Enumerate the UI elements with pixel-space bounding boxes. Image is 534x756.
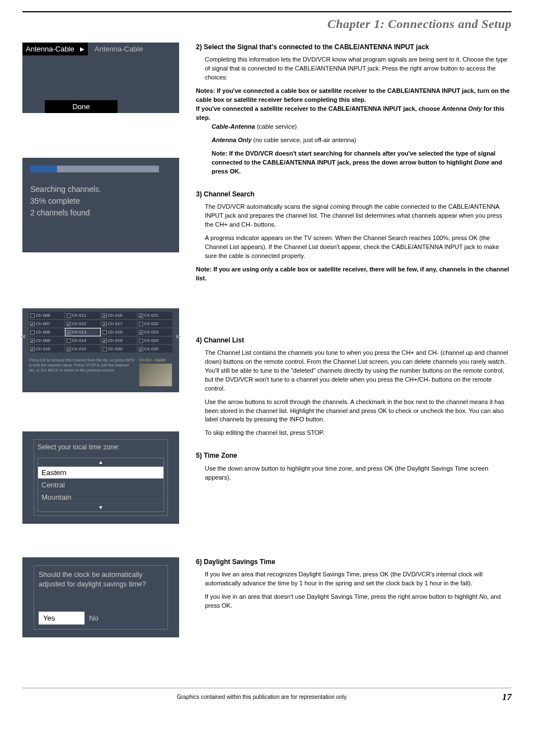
s2-note2: If you've connected a satellite receiver… bbox=[196, 105, 512, 123]
channel-label: Ch 011 bbox=[72, 313, 87, 318]
search-line3: 2 channels found bbox=[30, 207, 171, 219]
s2-opt2: Antenna Only (no cable service, just off… bbox=[212, 136, 512, 145]
channel-cell: Ch 018 bbox=[101, 328, 137, 336]
check-icon bbox=[102, 347, 107, 351]
check-icon bbox=[67, 313, 71, 318]
s3-p1: The DVD/VCR automatically scans the sign… bbox=[205, 203, 512, 229]
footer-text: Graphics contained within this publicati… bbox=[177, 694, 348, 700]
check-icon bbox=[67, 347, 71, 351]
channel-cell: Ch 010 bbox=[29, 345, 64, 353]
timezone-prompt: Select your local time zone: bbox=[38, 443, 164, 451]
channel-preview bbox=[139, 363, 172, 387]
section-6: 6) Daylight Savings Time If you live an … bbox=[196, 557, 512, 611]
left-arrow-icon: ◀ bbox=[21, 333, 25, 339]
section-3-title: 3) Channel Search bbox=[196, 190, 512, 199]
antenna-selected-label: Antenna-Cable bbox=[26, 45, 74, 53]
check-icon bbox=[102, 339, 107, 343]
channel-label: Ch 010 bbox=[36, 346, 50, 351]
s6-p1: If you live an area that recognizes Dayl… bbox=[205, 570, 512, 588]
s4-p1: The Channel List contains the channels y… bbox=[205, 349, 512, 393]
channel-cell: Ch 007 bbox=[29, 320, 64, 327]
channel-cell: Ch 025 bbox=[138, 345, 173, 353]
channel-cell: Ch 006 bbox=[29, 312, 64, 319]
channel-cell: Ch 017 bbox=[101, 320, 137, 327]
channel-label: Ch 006 bbox=[36, 313, 50, 318]
dst-yes-button: Yes bbox=[39, 612, 85, 624]
s2-p1: Completing this information lets the DVD… bbox=[205, 55, 512, 82]
channel-cell: Ch 022 bbox=[138, 320, 173, 327]
s2-note1: Notes: If you've connected a cable box o… bbox=[196, 87, 512, 105]
channel-cell: Ch 024 bbox=[138, 337, 173, 344]
channel-label: Ch 018 bbox=[108, 330, 123, 335]
channel-label: Ch 007 bbox=[36, 321, 50, 326]
channel-label: Ch 008 bbox=[36, 330, 50, 335]
section-5: 5) Time Zone Use the down arrow button t… bbox=[196, 451, 512, 482]
dst-prompt: Should the clock be automatically adjust… bbox=[39, 570, 163, 589]
s2-optnote: Note: If the DVD/VCR doesn't start searc… bbox=[212, 149, 512, 176]
antenna-option: Antenna-Cable bbox=[91, 43, 147, 55]
check-icon bbox=[30, 347, 35, 351]
page-number: 17 bbox=[502, 692, 512, 703]
section-2: 2) Select the Signal that's connected to… bbox=[196, 43, 512, 176]
channel-cell: Ch 012 bbox=[65, 320, 101, 327]
channel-preview-label: Ch 013 - NAME bbox=[139, 358, 172, 362]
section-4-title: 4) Channel List bbox=[196, 336, 512, 345]
check-icon bbox=[139, 347, 143, 351]
check-icon bbox=[30, 330, 35, 335]
check-icon bbox=[102, 330, 107, 335]
channel-label: Ch 019 bbox=[108, 338, 123, 343]
up-arrow-icon: ▲ bbox=[38, 458, 163, 466]
channel-cell: Ch 023 bbox=[138, 328, 173, 336]
channel-cell: Ch 013 bbox=[65, 328, 101, 336]
channel-cell: Ch 021 bbox=[138, 312, 173, 319]
check-icon bbox=[67, 339, 71, 343]
channel-label: Ch 017 bbox=[108, 321, 123, 326]
channel-label: Ch 013 bbox=[72, 330, 87, 335]
s3-note: Note: If you are using only a cable box … bbox=[196, 265, 512, 283]
timezone-item-eastern: Eastern bbox=[38, 466, 163, 478]
channel-label: Ch 014 bbox=[72, 338, 87, 343]
right-arrow-icon: ▶ bbox=[80, 46, 85, 52]
timezone-item-mountain: Mountain bbox=[38, 491, 163, 503]
check-icon bbox=[139, 330, 143, 335]
channel-cell: Ch 008 bbox=[29, 328, 64, 336]
check-icon bbox=[30, 339, 35, 343]
antenna-selected: Antenna-Cable ▶ bbox=[22, 43, 88, 55]
section-2-title: 2) Select the Signal that's connected to… bbox=[196, 43, 512, 52]
s3-p2: A progress indicator appears on the TV s… bbox=[205, 234, 512, 261]
s2-opt1: Cable-Antenna (cable service) bbox=[212, 123, 512, 132]
channel-label: Ch 012 bbox=[72, 321, 87, 326]
check-icon bbox=[30, 313, 35, 318]
channel-label: Ch 023 bbox=[144, 330, 159, 335]
channel-label: Ch 021 bbox=[144, 313, 159, 318]
channel-label: Ch 016 bbox=[108, 313, 123, 318]
search-line1: Searching channels. bbox=[30, 184, 171, 195]
check-icon bbox=[102, 322, 107, 326]
section-4: 4) Channel List The Channel List contain… bbox=[196, 336, 512, 438]
down-arrow-icon: ▼ bbox=[38, 503, 163, 511]
timezone-item-central: Central bbox=[38, 478, 163, 491]
screenshot-timezone: Select your local time zone: ▲ Eastern C… bbox=[22, 431, 179, 524]
channel-cell: Ch 014 bbox=[65, 337, 101, 344]
section-6-title: 6) Daylight Savings Time bbox=[196, 557, 512, 567]
screenshot-antenna: Antenna-Cable ▶ Antenna-Cable Done bbox=[22, 43, 179, 113]
channel-cell: Ch 011 bbox=[65, 312, 101, 319]
check-icon bbox=[30, 322, 35, 326]
channel-label: Ch 025 bbox=[144, 346, 159, 351]
channel-label: Ch 015 bbox=[72, 346, 87, 351]
channel-label: Ch 024 bbox=[144, 338, 159, 343]
check-icon bbox=[139, 313, 143, 318]
dst-no-button: No bbox=[85, 612, 130, 624]
section-5-title: 5) Time Zone bbox=[196, 451, 512, 461]
channel-cell: Ch 015 bbox=[65, 345, 101, 353]
channel-label: Ch 009 bbox=[36, 338, 50, 343]
section-3: 3) Channel Search The DVD/VCR automatica… bbox=[196, 190, 512, 283]
chapter-title: Chapter 1: Connections and Setup bbox=[22, 17, 512, 31]
done-button: Done bbox=[45, 100, 118, 113]
check-icon bbox=[139, 339, 143, 343]
check-icon bbox=[102, 313, 107, 318]
s5-p1: Use the down arrow button to highlight y… bbox=[205, 464, 512, 482]
channel-cell: Ch 016 bbox=[101, 312, 137, 319]
s4-p3: To skip editing the channel list, press … bbox=[205, 429, 512, 438]
s6-p2: If you live in an area that doesn't use … bbox=[205, 593, 512, 611]
